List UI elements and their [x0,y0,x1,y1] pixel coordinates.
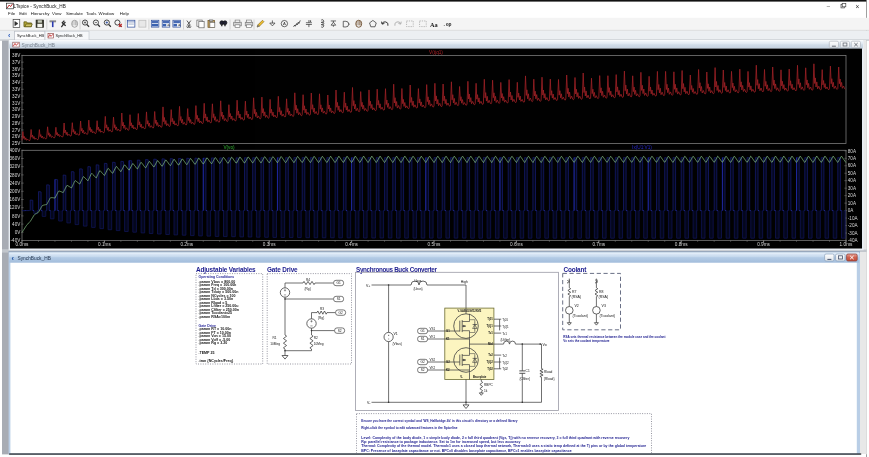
svg-text:.param RSA=100m: .param RSA=100m [199,315,231,319]
svg-text:36V: 36V [12,67,21,72]
svg-text:R2: R2 [314,336,318,340]
svg-text:Tj02: Tj02 [502,367,508,371]
svg-text:-10A: -10A [848,216,859,221]
svg-text:VS2: VS2 [430,358,436,362]
svg-text:G1: G1 [420,329,424,333]
svg-text:32V: 32V [12,94,21,99]
svg-text:Vo: Vo [543,343,547,347]
svg-text:34V: 34V [12,80,21,85]
svg-text:0V: 0V [15,230,22,235]
svg-text:SynchBuck_HB: SynchBuck_HB [18,256,51,261]
svg-text:V-: V- [460,375,463,379]
svg-text:Adjustable Variables: Adjustable Variables [196,266,256,274]
svg-text:RBPC: RBPC [484,383,494,387]
svg-text:29V: 29V [12,114,21,119]
svg-text:27V: 27V [12,128,21,133]
svg-text:.op: .op [443,22,452,27]
svg-text:{Rload}: {Rload} [544,377,554,381]
svg-text:Right-click the symbol to edit: Right-click the symbol to edit advanced … [361,426,457,430]
svg-text:TjQ2: TjQ2 [502,361,509,365]
svg-text:File: File [8,11,16,16]
svg-text:V(vo): V(vo) [223,145,235,150]
svg-text:R7: R7 [572,290,577,294]
svg-text:40A: 40A [848,178,857,183]
svg-text:V2: V2 [575,304,579,308]
svg-text:280V: 280V [10,173,22,178]
svg-text:R8: R8 [599,290,604,294]
svg-text:0.9ms: 0.9ms [757,242,770,247]
svg-text:Tj01: Tj01 [502,318,508,322]
svg-text:VK1: VK1 [430,335,436,339]
svg-text:V+: V+ [366,284,370,288]
svg-text:120V: 120V [10,205,22,210]
svg-text:SynchBuck_HB: SynchBuck_HB [56,33,83,38]
svg-text:.TEMP 25: .TEMP 25 [199,351,215,355]
svg-text:{Lbus}: {Lbus} [414,287,423,291]
svg-text:Tj02: Tj02 [487,367,493,371]
svg-text:.tran {NCycles/Freq}: .tran {NCycles/Freq} [199,359,234,363]
svg-text:Lbus: Lbus [415,279,422,283]
svg-text:Window: Window [99,11,115,16]
svg-text:0.8ms: 0.8ms [675,242,688,247]
svg-text:30V: 30V [12,107,21,112]
svg-text:1.0ms: 1.0ms [840,242,853,247]
svg-text:25V: 25V [12,141,21,146]
svg-text:{Tcoolant}: {Tcoolant} [600,314,616,318]
svg-text:{RSA}: {RSA} [572,295,582,299]
svg-text:0.0ms: 0.0ms [16,242,29,247]
svg-text:G2: G2 [420,360,424,364]
svg-text:0.2ms: 0.2ms [180,242,193,247]
svg-text:C1: C1 [526,369,530,373]
svg-text:High: High [461,280,468,284]
svg-text:28V: 28V [12,121,21,126]
svg-text:26V: 26V [12,134,21,139]
svg-text:{RSA}: {RSA} [599,295,609,299]
svg-text:Rload: Rload [544,370,553,374]
svg-text:10Meg: 10Meg [270,342,280,346]
svg-text:V(tjq1): V(tjq1) [429,50,443,55]
svg-text:0A: 0A [848,208,855,213]
svg-text:G2: G2 [446,360,450,364]
svg-text:80V: 80V [12,214,21,219]
svg-text:Ensure you have the correct sy: Ensure you have the correct symbol and '… [361,419,517,423]
svg-text:VS1: VS1 [430,327,436,331]
svg-text:80A: 80A [848,149,857,154]
svg-text:Tc1: Tc1 [488,331,493,335]
svg-text:360V: 360V [10,156,22,161]
svg-text:Hierarchy: Hierarchy [31,11,51,16]
svg-text:35V: 35V [12,73,21,78]
svg-text:400V: 400V [10,148,22,153]
svg-text:Aa: Aa [430,21,439,28]
svg-text:×: × [856,3,860,10]
svg-text:TjQ2: TjQ2 [487,360,494,364]
svg-text:Baseplate: Baseplate [473,375,487,379]
svg-text:160V: 160V [10,197,22,202]
svg-text:Mid: Mid [488,342,493,346]
svg-text:40V: 40V [12,222,21,227]
svg-text:BPC: Presence of baseplate cap: BPC: Presence of baseplate capacitance o… [361,449,571,453]
svg-text:SynchBuck_HB: SynchBuck_HB [22,43,55,48]
svg-text:Tc2: Tc2 [488,353,493,357]
svg-text:38V: 38V [12,53,21,58]
svg-text:{Vbus}: {Vbus} [393,342,402,346]
svg-text:-30A: -30A [848,231,859,236]
svg-text:TjQ1: TjQ1 [487,324,494,328]
svg-text:Tc1: Tc1 [502,332,507,336]
svg-text:S1: S1 [337,297,341,301]
svg-text:Ix(U1:V1): Ix(U1:V1) [632,145,652,150]
svg-text:320V: 320V [10,164,22,169]
svg-text:37V: 37V [12,60,21,65]
svg-text:20A: 20A [848,193,857,198]
svg-text:0.6ms: 0.6ms [510,242,523,247]
svg-text:Tj01: Tj01 [487,317,493,321]
svg-text:30A: 30A [848,186,857,191]
svg-text:K2: K2 [446,368,450,372]
svg-text:V-GAB450M12XM3: V-GAB450M12XM3 [457,309,481,313]
svg-text:{Cfilter}: {Cfilter} [520,377,530,381]
svg-text:.param Rg = 3.20: .param Rg = 3.20 [199,341,228,345]
svg-text:S1: S1 [421,337,425,341]
svg-text:10Meg: 10Meg [314,342,324,346]
svg-text:Tools: Tools [86,11,97,16]
svg-text:Simulate: Simulate [66,11,84,16]
svg-text:0.7ms: 0.7ms [592,242,605,247]
